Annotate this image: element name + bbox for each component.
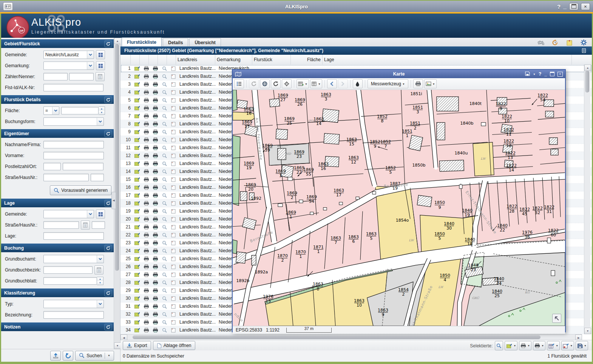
map-help-button[interactable]: ?	[539, 71, 541, 77]
map-preview-icon[interactable]	[134, 137, 140, 142]
map-preview-icon[interactable]	[134, 153, 140, 158]
map-preview-icon[interactable]	[134, 304, 140, 309]
printer-icon[interactable]	[144, 209, 149, 214]
minimize-button[interactable]: _	[563, 3, 567, 10]
lage-gemeinde-select[interactable]	[43, 210, 94, 218]
map-image-button[interactable]: ▼	[424, 79, 437, 88]
printer-icon[interactable]	[144, 248, 149, 253]
map-preview-icon[interactable]	[134, 161, 140, 166]
map-preview-icon[interactable]	[134, 193, 140, 198]
zaehler-input[interactable]	[43, 73, 68, 80]
zoom-to-icon[interactable]	[162, 145, 167, 150]
printer-icon[interactable]	[144, 153, 149, 158]
map-preview-icon[interactable]	[134, 66, 140, 71]
maximize-button[interactable]	[569, 3, 578, 10]
note-icon[interactable]	[171, 304, 176, 309]
sidebar-collapse-handle[interactable]: ◀	[111, 192, 116, 209]
gemeinde-select[interactable]: Neukirch/Lausitz	[43, 51, 94, 59]
vscroll-thumb[interactable]	[585, 71, 589, 93]
map-window-titlebar[interactable]: Karte ▼ ? _ ×	[233, 70, 565, 78]
column-flaeche[interactable]: Fläche	[291, 55, 323, 65]
printer-icon[interactable]	[144, 185, 149, 190]
map-preview-icon[interactable]	[134, 240, 140, 245]
printer-preview-icon[interactable]	[153, 312, 158, 317]
sel-export2-button[interactable]: ▼	[561, 341, 574, 350]
map-preview-icon[interactable]	[134, 327, 140, 333]
reset-search-button[interactable]	[63, 351, 73, 361]
printer-icon[interactable]	[144, 233, 149, 238]
printer-preview-icon[interactable]	[153, 161, 158, 166]
printer-preview-icon[interactable]	[153, 288, 158, 293]
table-vertical-scrollbar[interactable]: ▲ ▼	[584, 65, 590, 334]
map-forward-button[interactable]	[338, 79, 348, 88]
note-icon[interactable]	[171, 169, 176, 174]
zoom-to-icon[interactable]	[162, 272, 167, 277]
grundbuchamt-select[interactable]	[43, 255, 104, 263]
printer-icon[interactable]	[144, 161, 149, 166]
nenner-input[interactable]	[69, 73, 94, 80]
note-icon[interactable]	[171, 98, 176, 103]
load-search-button[interactable]	[50, 351, 61, 361]
printer-icon[interactable]	[144, 90, 149, 95]
map-center-button[interactable]	[282, 79, 292, 88]
zoom-to-icon[interactable]	[162, 106, 167, 111]
sidebar-scroll-thumb[interactable]	[115, 44, 119, 271]
chevron-down-icon[interactable]	[97, 300, 103, 308]
map-preview-icon[interactable]	[134, 232, 140, 238]
lage-strasse-list-button[interactable]	[81, 221, 90, 230]
printer-preview-icon[interactable]	[153, 114, 158, 119]
note-icon[interactable]	[171, 264, 176, 269]
printer-preview-icon[interactable]	[153, 185, 158, 190]
note-icon[interactable]	[171, 193, 176, 198]
zoom-to-icon[interactable]	[162, 248, 167, 253]
printer-icon[interactable]	[144, 256, 149, 261]
map-globe-button[interactable]	[260, 79, 270, 88]
printer-icon[interactable]	[144, 66, 149, 71]
flstid-input[interactable]	[43, 84, 103, 91]
printer-icon[interactable]	[144, 177, 149, 182]
printer-icon[interactable]	[144, 288, 149, 293]
gemarkung-select[interactable]	[43, 62, 94, 70]
note-icon[interactable]	[171, 201, 176, 206]
map-preview-icon[interactable]	[134, 185, 140, 190]
zoom-to-icon[interactable]	[162, 74, 167, 79]
zoom-to-icon[interactable]	[162, 137, 167, 142]
zaehler-list-button[interactable]	[96, 72, 105, 81]
column-flurstueck[interactable]: Flurstück	[252, 55, 291, 65]
tab-details[interactable]: Details	[163, 38, 188, 46]
chevron-down-icon[interactable]: ▼	[527, 344, 530, 347]
printer-preview-icon[interactable]	[153, 272, 158, 277]
nachname-input[interactable]	[43, 141, 104, 148]
sel-print-button[interactable]: ▼	[519, 341, 531, 350]
printer-icon[interactable]	[144, 193, 149, 198]
note-icon[interactable]	[171, 145, 176, 150]
zoom-to-icon[interactable]	[162, 241, 167, 245]
lage-hausnr-input[interactable]	[92, 221, 105, 229]
map-preview-icon[interactable]	[134, 89, 140, 95]
chevron-down-icon[interactable]: ▼	[108, 354, 110, 357]
printer-preview-icon[interactable]	[153, 209, 158, 214]
zoom-to-icon[interactable]	[162, 193, 167, 198]
printer-icon[interactable]	[144, 264, 149, 269]
strasse-input[interactable]	[43, 174, 89, 181]
note-icon[interactable]	[171, 122, 176, 126]
printer-preview-icon[interactable]	[153, 137, 158, 142]
printer-preview-icon[interactable]	[153, 264, 158, 269]
note-icon[interactable]	[171, 90, 176, 95]
buchungsform-select[interactable]	[43, 117, 104, 126]
printer-icon[interactable]	[144, 130, 149, 134]
tab-flurstueckliste[interactable]: Flurstückliste	[122, 37, 162, 46]
chevron-down-icon[interactable]: ▼	[318, 83, 321, 85]
zoom-to-icon[interactable]	[162, 256, 167, 261]
flaeche-stepper[interactable]: ▲▼	[99, 106, 105, 115]
zoom-to-icon[interactable]	[162, 328, 167, 333]
printer-preview-icon[interactable]	[153, 122, 158, 126]
printer-preview-icon[interactable]	[153, 201, 158, 206]
note-icon[interactable]	[171, 185, 176, 190]
note-icon[interactable]	[171, 153, 176, 158]
zoom-to-icon[interactable]	[162, 201, 167, 206]
printer-icon[interactable]	[144, 106, 149, 111]
note-icon[interactable]	[171, 320, 176, 325]
hscroll-thumb[interactable]	[133, 335, 540, 339]
chevron-down-icon[interactable]: ▼	[513, 344, 516, 347]
